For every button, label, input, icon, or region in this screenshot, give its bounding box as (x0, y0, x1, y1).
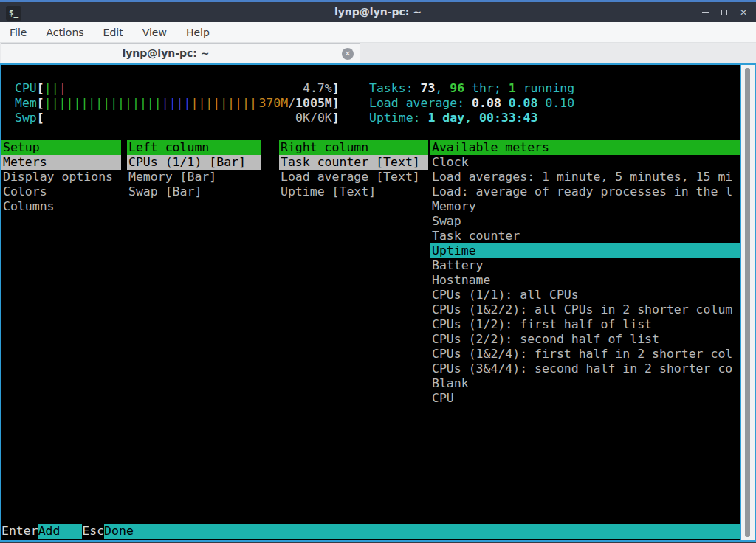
meter-value-segment: 370M (258, 96, 288, 110)
meter-value-segment: 4.7% (303, 81, 332, 95)
title-bar[interactable]: $_ lynp@lyn-pc: ~ ✕ (0, 0, 756, 22)
meter-close-bracket: ] (332, 81, 340, 95)
panel-item[interactable]: Task counter (430, 229, 740, 243)
meter-pipes: ||||||||||||||||||||||||||||| (44, 96, 257, 111)
meter-open-bracket: [ (37, 96, 44, 110)
menu-item-view[interactable]: View (133, 22, 176, 43)
meter-label: Swp (15, 111, 37, 125)
panel-item[interactable]: CPUs (1/1) [Bar] (127, 155, 261, 170)
meter-pipe-group: |||||||||||||||| (44, 96, 162, 110)
htop-function-bar: EnterAdd EscDone (1, 524, 740, 539)
panel-item[interactable]: CPUs (1/2): first half of list (430, 317, 740, 332)
tab-title: lynp@lyn-pc: ~ (1, 44, 330, 63)
meter-swp: Swp[0K/0K] (15, 111, 340, 125)
panel-item[interactable]: Uptime (430, 243, 740, 258)
function-key[interactable]: Enter (1, 524, 38, 539)
panel-item[interactable]: Task counter [Text] (279, 155, 428, 170)
summary-segment: Load average: (369, 96, 472, 110)
summary-segment: 0.08 (472, 96, 509, 110)
summary-segment: 96 (450, 81, 464, 95)
tab-close-button[interactable]: ✕ (342, 48, 354, 60)
panel-item[interactable]: Blank (430, 376, 740, 391)
panel-item[interactable]: CPUs (3&4/4): second half in 2 shorter c… (430, 362, 740, 376)
panel-item[interactable]: Load average [Text] (279, 170, 428, 184)
maximize-icon (721, 10, 727, 15)
summary-segment: Uptime: (369, 111, 427, 125)
close-button[interactable]: ✕ (738, 7, 749, 18)
meter-bar: |||||||||||||||||||||||||||||370M/1005M (44, 96, 332, 111)
summary-line: Uptime: 1 day, 00:33:43 (369, 111, 574, 125)
terminal-tab[interactable]: lynp@lyn-pc: ~ ✕ (1, 43, 360, 63)
window-title: lynp@lyn-pc: ~ (0, 2, 756, 22)
menu-item-edit[interactable]: Edit (94, 22, 133, 43)
panel-item[interactable]: Swap [Bar] (127, 184, 261, 199)
function-key[interactable]: Esc (82, 524, 104, 539)
panel-header: Right column (279, 140, 428, 155)
menu-item-actions[interactable]: Actions (36, 22, 93, 43)
meter-mem: Mem[|||||||||||||||||||||||||||||370M/10… (15, 96, 340, 111)
panel-item[interactable]: Meters (1, 155, 121, 170)
summary-line: Tasks: 73, 96 thr; 1 running (369, 81, 574, 96)
panel-item[interactable]: CPUs (2/2): second half of list (430, 332, 740, 347)
close-icon: ✕ (740, 7, 747, 18)
minimize-button[interactable] (700, 7, 710, 18)
panel-item[interactable]: Columns (1, 199, 121, 214)
summary-segment: 1 day, 00:33:43 (427, 111, 537, 125)
meter-pipe-group: ||||||||| (190, 96, 256, 110)
summary-line: Load average: 0.08 0.08 0.10 (369, 96, 574, 111)
panel-item[interactable]: Hostname (430, 273, 740, 288)
summary-segment: running (516, 81, 574, 95)
summary-segment: 73 (421, 81, 436, 95)
panel-item[interactable]: CPUs (1/1): all CPUs (430, 288, 740, 302)
terminal-scrollbar[interactable] (741, 65, 755, 540)
menu-item-help[interactable]: Help (176, 22, 219, 43)
meter-label: Mem (15, 96, 37, 110)
panel-header: Left column (127, 140, 261, 155)
panel-item[interactable]: Load: average of ready processes in the … (430, 184, 740, 199)
meter-value: 4.7% (303, 81, 332, 96)
panel-item[interactable]: Load averages: 1 minute, 5 minutes, 15 m… (430, 170, 740, 184)
function-label[interactable]: Add (38, 524, 83, 539)
panel-item[interactable]: Memory (430, 199, 740, 214)
panel-item[interactable]: Uptime [Text] (279, 184, 428, 199)
meter-close-bracket: ] (332, 111, 340, 125)
summary-segment: , (435, 81, 450, 95)
panel-item[interactable]: Clock (430, 155, 740, 170)
meter-pipe-group: | (59, 81, 66, 95)
menu-bar: FileActionsEditViewHelp (0, 22, 756, 43)
panel-item[interactable]: Memory [Bar] (127, 170, 261, 184)
scrollbar-thumb[interactable] (745, 68, 750, 537)
panel-item[interactable]: CPUs (1&2/2): all CPUs in 2 shorter colu… (430, 302, 740, 317)
menu-item-file[interactable]: File (0, 22, 36, 43)
panel-item[interactable]: Colors (1, 184, 121, 199)
summary-segment: 0.08 (509, 96, 546, 110)
meter-pipe-group: || (44, 81, 59, 95)
terminal-window: CPU[|||4.7%]Mem[||||||||||||||||||||||||… (0, 63, 756, 542)
panel-header: Setup (1, 140, 121, 155)
panel-item[interactable]: Display options (1, 170, 121, 184)
function-label[interactable]: Done (104, 524, 134, 539)
meter-pipe-group: |||| (162, 96, 191, 110)
htop-meters: CPU[|||4.7%]Mem[||||||||||||||||||||||||… (15, 81, 340, 125)
summary-segment: 1 (509, 81, 516, 95)
meter-value-segment: 1005M (295, 96, 332, 110)
panel-header: Available meters (430, 140, 740, 155)
meter-open-bracket: [ (37, 111, 44, 125)
meter-value: 370M/1005M (258, 96, 331, 111)
meter-cpu: CPU[|||4.7%] (15, 81, 340, 96)
meter-value: 0K/0K (295, 111, 332, 125)
meter-label: CPU (15, 81, 37, 95)
terminal-content[interactable]: CPU[|||4.7%]Mem[||||||||||||||||||||||||… (1, 65, 740, 540)
htop-summary: Tasks: 73, 96 thr; 1 runningLoad average… (369, 81, 574, 125)
setup-panel-1: SetupMetersDisplay optionsColorsColumns (1, 140, 121, 214)
minimize-icon (702, 12, 709, 13)
meter-bar: |||4.7% (44, 81, 332, 96)
maximize-button[interactable] (719, 7, 729, 18)
panel-item[interactable]: CPU (430, 391, 740, 406)
tab-bar: lynp@lyn-pc: ~ ✕ (0, 43, 756, 63)
panel-item[interactable]: Swap (430, 214, 740, 229)
meter-close-bracket: ] (332, 96, 340, 110)
panel-item[interactable]: CPUs (1&2/4): first half in 2 shorter co… (430, 347, 740, 362)
meter-bar: 0K/0K (44, 111, 332, 125)
panel-item[interactable]: Battery (430, 258, 740, 273)
